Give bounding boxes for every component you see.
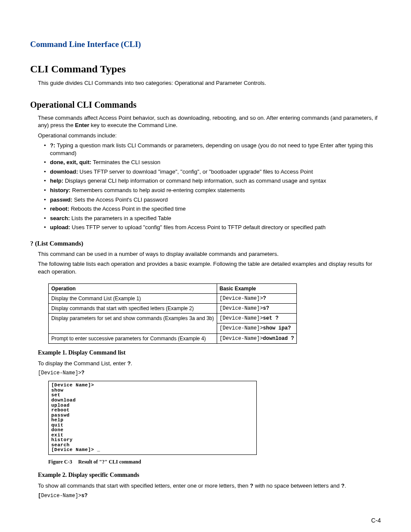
ex-cell: [Device-Name]>?: [217, 293, 297, 303]
text: .: [131, 360, 132, 367]
text: with no space between letters and: [253, 482, 341, 489]
prompt: Device-Name]>: [41, 493, 81, 499]
operational-para2: Operational commands include:: [38, 132, 381, 140]
prompt: [Device-Name]>: [220, 325, 263, 331]
cmd-name: upload:: [50, 224, 70, 230]
table-row: Display the Command List (Example 1) [De…: [49, 293, 297, 303]
example2-text: To show all commands that start with spe…: [38, 482, 381, 490]
list-item: reboot: Reboots the Access Point in the …: [44, 205, 381, 213]
cmd-name: search:: [50, 215, 70, 221]
list-item: done, exit, quit: Terminates the CLI ses…: [44, 159, 381, 166]
example1-heading: Example 1. Display Command list: [38, 349, 381, 357]
ex-cell: [Device-Name]>download ?: [217, 333, 297, 343]
text: To display the Command List, enter: [38, 360, 127, 367]
operational-para1-b: key to execute the Command Line.: [89, 122, 177, 128]
op-cell: Display commands that start with specifi…: [49, 303, 217, 313]
table-row: Display parameters for set and show comm…: [49, 314, 297, 324]
list-item: passwd: Sets the Access Point's CLI pass…: [44, 196, 381, 204]
cmd-name: history:: [50, 187, 71, 193]
text: To show all commands that start with spe…: [38, 482, 250, 489]
cmd-desc: Typing a question mark lists CLI Command…: [50, 142, 373, 156]
list-item: help: Displays general CLI help informat…: [44, 177, 381, 185]
text: .: [345, 482, 346, 489]
operational-para1: These commands affect Access Point behav…: [38, 114, 381, 129]
ex-cell: [Device-Name]>set ?: [217, 314, 297, 324]
enter-key-label: Enter: [75, 122, 89, 128]
cmd-desc: Sets the Access Point's CLI password: [72, 196, 168, 203]
terminal-output: [Device Name]> show set download upload …: [48, 381, 257, 455]
op-cell: Display parameters for set and show comm…: [49, 314, 217, 333]
col-operation: Operation: [49, 283, 217, 293]
list-item: upload: Uses TFTP server to upload "conf…: [44, 224, 381, 231]
cmd-desc: Terminates the CLI session: [91, 159, 160, 165]
cmd-desc: Lists the parameters in a specified Tabl…: [70, 215, 171, 221]
ex-cell: [Device-Name]>s?: [217, 303, 297, 313]
page-number: C-4: [30, 516, 381, 525]
table-row: Display commands that start with specifi…: [49, 303, 297, 313]
prompt: [Device-Name]>: [38, 370, 81, 376]
cmd: s?: [263, 305, 269, 311]
prompt: [Device-Name]>: [220, 296, 263, 302]
section-title: CLI Command Types: [30, 62, 381, 76]
intro-text: This guide divides CLI Commands into two…: [38, 79, 381, 87]
list-item: search: Lists the parameters in a specif…: [44, 215, 381, 222]
cmd: ?: [81, 370, 84, 376]
ex-cell: [Device-Name]>show ipa?: [217, 324, 297, 333]
list-commands-heading: ? (List Commands): [30, 239, 381, 248]
cmd-name: download:: [50, 168, 78, 175]
cmd: s?: [81, 493, 87, 499]
cmd: download ?: [263, 336, 294, 342]
cmd-desc: Uses TFTP server to upload "config" file…: [70, 224, 326, 230]
cmd-desc: Remembers commands to help avoid re-ente…: [71, 187, 245, 193]
cmd-name: ?:: [50, 142, 55, 149]
cmd-desc: Displays general CLI help information or…: [63, 177, 326, 184]
op-cell: Display the Command List (Example 1): [49, 293, 217, 303]
cmd-desc: Reboots the Access Point in the specifie…: [69, 205, 186, 212]
operational-heading: Operational CLI Commands: [30, 99, 381, 111]
cmd-name: help:: [50, 177, 63, 184]
q-mark: ?: [341, 482, 345, 489]
figure-label: Figure C-3: [48, 459, 72, 465]
table-header-row: Operation Basic Example: [49, 283, 297, 293]
list-item: history: Remembers commands to help avoi…: [44, 187, 381, 194]
table-row: Prompt to enter successive parameters fo…: [49, 333, 297, 343]
list-item: download: Uses TFTP server to download "…: [44, 168, 381, 176]
example2-code: [Device-Name]>s?: [38, 492, 381, 499]
figure-title: Result of "?" CLI command: [78, 459, 141, 465]
prompt: [Device-Name]>: [220, 336, 263, 342]
chapter-title: Command Line Interface (CLI): [30, 39, 381, 50]
list-commands-para1: This command can be used in a number of …: [38, 250, 381, 258]
command-list: ?: Typing a question mark lists CLI Comm…: [38, 142, 381, 231]
example1-text: To display the Command List, enter ?.: [38, 360, 381, 367]
operation-table: Operation Basic Example Display the Comm…: [48, 283, 297, 344]
op-cell: Prompt to enter successive parameters fo…: [49, 333, 217, 343]
cmd-name: done, exit, quit:: [50, 159, 91, 165]
cmd: set ?: [263, 315, 278, 321]
col-example: Basic Example: [217, 283, 297, 293]
list-commands-para2: The following table lists each operation…: [38, 260, 381, 275]
figure-caption: Figure C-3Result of "?" CLI command: [48, 458, 381, 465]
cmd-desc: Uses TFTP server to download "image", "c…: [78, 168, 313, 175]
prompt: [Device-Name]>: [220, 315, 263, 321]
q-mark: ?: [250, 482, 253, 489]
example1-code: [Device-Name]>?: [38, 370, 381, 376]
cmd-name: reboot:: [50, 205, 69, 212]
example2-heading: Example 2. Display specific Commands: [38, 471, 381, 479]
cmd-name: passwd:: [50, 196, 72, 203]
list-item: ?: Typing a question mark lists CLI Comm…: [44, 142, 381, 157]
cmd: show ipa?: [263, 325, 291, 331]
cmd: ?: [263, 296, 266, 302]
prompt: [Device-Name]>: [220, 305, 263, 311]
